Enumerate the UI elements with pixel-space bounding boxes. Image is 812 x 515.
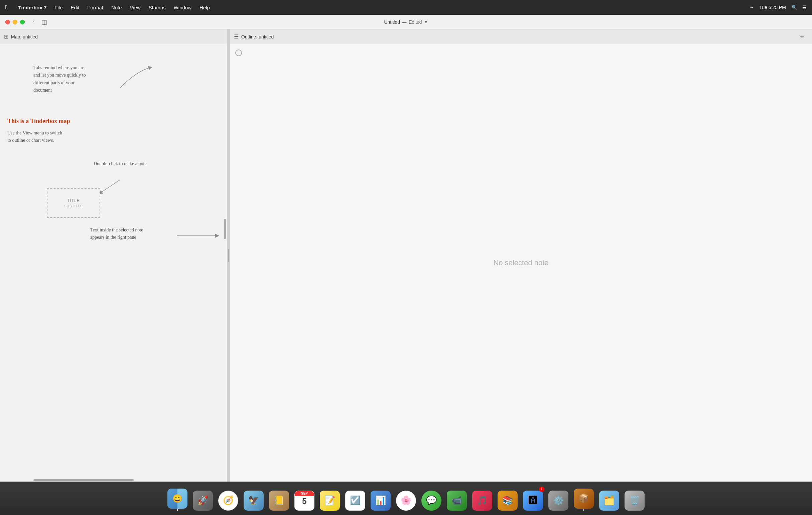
dock-calendar[interactable]: SEP 5 [292,487,316,511]
menu-appname[interactable]: Tinderbox 7 [14,3,51,12]
photos-icon: 🌸 [396,491,416,511]
launchpad-icon: 🚀 [193,491,213,511]
minimize-button[interactable] [13,20,18,24]
vertical-scrollbar[interactable] [223,44,227,482]
menu-format[interactable]: Format [83,3,107,12]
traffic-lights [5,20,25,24]
outline-pane-title: Outline: untitled [241,34,274,39]
menu-list-icon[interactable]: ☰ [802,5,807,10]
dock-photos[interactable]: 🌸 [394,487,418,511]
horizontal-scroll-thumb[interactable] [33,479,134,481]
finder-icon: 😀 [167,489,187,509]
messages-icon: 💬 [422,491,441,511]
contacts-icon: 📒 [269,491,289,511]
menu-note[interactable]: Note [107,3,126,12]
safari-icon: 🧭 [218,491,238,511]
dock-books[interactable]: 📚 [496,487,520,511]
finder2-icon: 🗂️ [599,491,619,511]
dock-notes[interactable]: 📝 [318,487,342,511]
left-pane: ⊞ Map: untitled Tabs remind where you ar… [0,29,227,482]
menu-search-icon[interactable]: 🔍 [791,5,797,10]
facetime-icon: 📹 [447,491,467,511]
dock-facetime[interactable]: 📹 [445,487,469,511]
map-view-icon: ⊞ [4,33,8,40]
dock-eagle[interactable]: 🦅 [241,487,266,511]
menu-arrow-icon: → [749,5,754,10]
no-selected-note-label: No selected note [493,259,548,267]
appstore-badge: 1 [539,487,544,492]
right-pane-header: ☰ Outline: untitled + [230,29,812,44]
vertical-scroll-thumb[interactable] [224,219,226,239]
dock-appstore[interactable]: 🅰 1 [521,487,545,511]
pane-divider[interactable] [227,29,230,482]
dock-reminders[interactable]: ☑️ [343,487,367,511]
menu-view[interactable]: View [126,3,145,12]
tabs-annotation: Tabs remind where you are,and let you mo… [33,64,86,94]
note-title: TITLE [67,198,80,203]
tabs-arrow [117,64,157,91]
right-pane: ☰ Outline: untitled + No selected note [230,29,812,482]
dock-launchpad[interactable]: 🚀 [191,487,215,511]
title-dropdown-arrow[interactable]: ▼ [424,20,428,24]
dock-sysprefs[interactable]: ⚙️ [546,487,571,511]
tinderbox-map-subtext: Use the View menu to switchto outline or… [7,129,62,144]
title-center: Untitled — Edited ▼ [384,19,428,25]
title-separator: — [402,19,407,25]
finder-dot [177,509,178,511]
title-edited: Edited [409,19,422,25]
appstore-icon: 🅰 [523,491,543,511]
books-icon: 📚 [498,491,518,511]
dock-music[interactable]: 🎵 [470,487,494,511]
menu-file[interactable]: File [51,3,66,12]
menu-help[interactable]: Help [196,3,214,12]
music-icon: 🎵 [472,491,492,511]
close-button[interactable] [5,20,10,24]
document-title: Untitled [384,19,400,25]
tinderbox-map-heading: This is a Tinderbox map [7,118,70,125]
tabs-annotation-text: Tabs remind where you are,and let you mo… [33,65,86,92]
calendar-icon: SEP 5 [294,491,314,511]
tinderbox-icon: 📦 [574,489,594,509]
outline-view-icon: ☰ [234,33,239,40]
add-tab-button[interactable]: + [796,33,808,40]
nav-buttons: ‹ ◫ [30,18,49,27]
dock-finder[interactable]: 😀 [166,487,190,511]
divider-handle [228,249,229,262]
tinderbox-dot [583,509,584,511]
menu-stamps[interactable]: Stamps [145,3,170,12]
map-pane-title: Map: untitled [11,34,38,39]
left-pane-header: ⊞ Map: untitled [0,29,227,44]
map-canvas[interactable]: Tabs remind where you are,and let you mo… [0,44,227,482]
horizontal-scrollbar[interactable] [0,478,227,482]
dock-messages[interactable]: 💬 [419,487,443,511]
titlebar: ‹ ◫ Untitled — Edited ▼ [0,15,812,29]
dock-safari[interactable]: 🧭 [216,487,240,511]
map-area: Tabs remind where you are,and let you mo… [0,44,227,482]
note-subtitle: SUBTITLE [64,204,83,208]
dock-tinderbox[interactable]: 📦 [572,487,596,511]
dock-trash[interactable]: 🗑️ [622,487,646,511]
dock-contacts[interactable]: 📒 [267,487,291,511]
fullscreen-button[interactable] [20,20,25,24]
note-placeholder[interactable]: TITLE SUBTITLE [47,188,100,218]
reminders-icon: ☑️ [345,491,365,511]
keynote-icon: 📊 [371,491,390,511]
menu-time: Tue 6:25 PM [759,5,786,10]
rightpane-annotation: Text inside the selected noteappears in … [90,226,143,241]
apple-menu[interactable]:  [5,4,8,11]
notes-icon: 📝 [320,491,340,511]
eagle-icon: 🦅 [243,491,264,511]
main-area: ⊞ Map: untitled Tabs remind where you ar… [0,29,812,482]
dock-keynote[interactable]: 📊 [369,487,393,511]
menu-right-section: → Tue 6:25 PM 🔍 ☰ [749,5,807,10]
dblclick-annotation: Double-click to make a note [93,161,147,166]
back-button[interactable]: ‹ [30,18,37,25]
outline-circle [235,50,242,56]
menu-edit[interactable]: Edit [67,3,84,12]
dock: 😀 🚀 🧭 🦅 📒 SEP 5 📝 ☑️ 📊 🌸 [0,482,812,515]
right-pane-content: No selected note [230,44,812,482]
trash-icon: 🗑️ [625,491,645,511]
menu-window[interactable]: Window [170,3,196,12]
dock-finder2[interactable]: 🗂️ [597,487,621,511]
rightpane-arrow [177,231,221,241]
